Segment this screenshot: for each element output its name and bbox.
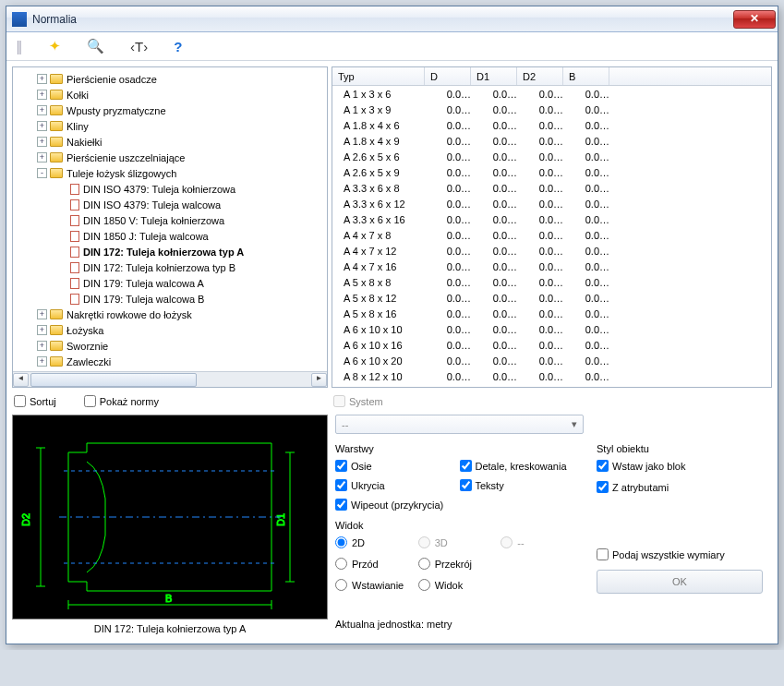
tree-item-label: Kołki <box>66 90 89 101</box>
table-row[interactable]: A 4 x 7 x 80.0…0.0…0.0…0.0… <box>332 227 771 243</box>
th-b[interactable]: B <box>563 67 609 85</box>
th-d1[interactable]: D1 <box>471 67 517 85</box>
expand-icon[interactable]: + <box>37 152 47 162</box>
cell-typ: A 4 x 7 x 16 <box>338 261 430 272</box>
tree-item[interactable]: DIN ISO 4379: Tuleja walcowa <box>17 197 323 212</box>
chk-all-dims[interactable]: Podaj wszystkie wymiary <box>597 548 772 560</box>
table-row[interactable]: A 8 x 12 x 100.0…0.0…0.0…0.0… <box>332 368 771 384</box>
expand-icon[interactable]: + <box>37 137 47 147</box>
table-row[interactable]: A 1.8 x 4 x 90.0…0.0…0.0…0.0… <box>332 133 771 149</box>
add-icon[interactable]: ✦ <box>49 38 61 54</box>
cell-value: 0.0… <box>430 308 476 319</box>
chk-as-block[interactable]: Wstaw jako blok <box>597 460 772 472</box>
expand-icon[interactable]: + <box>37 121 47 131</box>
tree-item[interactable]: +Kliny <box>17 118 323 134</box>
tree-item[interactable]: DIN 179: Tuleja walcowa A <box>17 275 323 291</box>
table-row[interactable]: A 6 x 10 x 160.0…0.0…0.0…0.0… <box>332 337 771 353</box>
tree-hscroll[interactable]: ◄ ► <box>13 371 327 387</box>
cell-typ: A 2.6 x 5 x 9 <box>338 167 430 178</box>
rad-wstawianie[interactable]: Wstawianie <box>335 579 418 591</box>
chk-detale[interactable]: Detale, kreskowania <box>460 460 585 472</box>
cell-value: 0.0… <box>569 387 615 389</box>
close-button[interactable]: ✕ <box>733 10 776 29</box>
tree-pane[interactable]: +Pierścienie osadcze+Kołki+Wpusty pryzma… <box>12 66 328 388</box>
tree-item[interactable]: +Kołki <box>17 87 323 102</box>
chk-wipeout[interactable]: Wipeout (przykrycia) <box>335 499 584 511</box>
expand-icon[interactable]: + <box>37 105 47 115</box>
tree-item[interactable]: +Wpusty pryzmatyczne <box>17 102 323 118</box>
rad-dash[interactable]: -- <box>501 536 584 548</box>
cell-value: 0.0… <box>569 246 615 257</box>
expand-icon[interactable]: + <box>37 74 47 84</box>
table-row[interactable]: A 3.3 x 6 x 160.0…0.0…0.0…0.0… <box>332 211 771 227</box>
expand-icon[interactable]: + <box>37 325 47 335</box>
tree-item[interactable]: +Nakiełki <box>17 134 323 150</box>
tree-item[interactable]: +Łożyska <box>17 322 323 338</box>
chk-osie[interactable]: Osie <box>335 460 460 472</box>
th-typ[interactable]: Typ <box>332 67 425 85</box>
cell-typ: A 6 x 10 x 10 <box>338 324 430 335</box>
tree-item[interactable]: DIN 172: Tuleja kołnierzowa typ A <box>17 244 323 259</box>
text-icon[interactable]: ‹T› <box>130 39 148 54</box>
expand-icon[interactable]: + <box>37 356 47 367</box>
expand-icon[interactable]: + <box>37 90 47 100</box>
table-row[interactable]: A 5 x 8 x 120.0…0.0…0.0…0.0… <box>332 290 771 306</box>
table-row[interactable]: A 2.6 x 5 x 90.0…0.0…0.0…0.0… <box>332 164 771 180</box>
tree-item[interactable]: +Nakrętki rowkowe do łożysk <box>17 307 323 322</box>
tree-item-label: Wpusty pryzmatyczne <box>66 105 166 116</box>
tree-item[interactable]: DIN 1850 J: Tuleja walcowa <box>17 228 323 244</box>
folder-icon <box>50 152 63 162</box>
chk-teksty[interactable]: Teksty <box>460 479 585 491</box>
th-d2[interactable]: D2 <box>517 67 563 85</box>
collapse-icon[interactable]: - <box>37 168 47 178</box>
scroll-left-button[interactable]: ◄ <box>13 373 29 387</box>
scroll-thumb[interactable] <box>30 373 197 387</box>
rad-3d[interactable]: 3D <box>418 536 501 548</box>
th-d[interactable]: D <box>425 67 471 85</box>
rad-widok[interactable]: Widok <box>418 579 501 591</box>
table-row[interactable]: A 5 x 8 x 80.0…0.0…0.0…0.0… <box>332 274 771 290</box>
help-icon[interactable]: ? <box>174 39 182 54</box>
scroll-right-button[interactable]: ► <box>311 373 327 387</box>
table-row[interactable]: A 2.6 x 5 x 60.0…0.0…0.0…0.0… <box>332 149 771 164</box>
cell-value: 0.0… <box>569 183 615 194</box>
expand-icon[interactable]: + <box>37 309 47 319</box>
tree-item[interactable]: +Zawleczki <box>17 354 323 369</box>
tree-item[interactable]: DIN 179: Tuleja walcowa B <box>17 291 323 307</box>
rad-front[interactable]: Przód <box>335 558 418 570</box>
sort-checkbox[interactable]: Sortuj <box>14 395 56 407</box>
ok-button[interactable]: OK <box>597 570 763 594</box>
table-row[interactable]: A 1.8 x 4 x 60.0…0.0…0.0…0.0… <box>332 117 771 133</box>
chk-with-attrs[interactable]: Z atrybutami <box>597 481 772 493</box>
tree-item[interactable]: +Pierścienie uszczelniające <box>17 150 323 165</box>
table-row[interactable]: A 6 x 10 x 100.0…0.0…0.0…0.0… <box>332 321 771 337</box>
rad-2d[interactable]: 2D <box>335 536 418 548</box>
table-row[interactable]: A 1 x 3 x 60.0…0.0…0.0…0.0… <box>332 86 771 102</box>
search-icon[interactable]: 🔍 <box>87 38 104 54</box>
tree-item[interactable]: DIN ISO 4379: Tuleja kołnierzowa <box>17 181 323 197</box>
cell-typ: A 4 x 7 x 8 <box>338 230 430 241</box>
expand-icon[interactable]: + <box>37 341 47 351</box>
folder-icon <box>50 90 63 100</box>
dropdown[interactable]: -- <box>335 415 584 434</box>
table-row[interactable]: A 5 x 8 x 160.0…0.0…0.0…0.0… <box>332 306 771 321</box>
system-checkbox[interactable]: System <box>333 395 770 407</box>
table-pane[interactable]: Typ D D1 D2 B A 1 x 3 x 60.0…0.0…0.0…0.0… <box>332 66 772 388</box>
show-norms-checkbox[interactable]: Pokaż normy <box>84 395 159 407</box>
table-row[interactable]: A 4 x 7 x 160.0…0.0…0.0…0.0… <box>332 259 771 274</box>
table-row[interactable]: A 4 x 7 x 120.0…0.0…0.0…0.0… <box>332 243 771 259</box>
table-row[interactable]: A 6 x 10 x 200.0…0.0…0.0…0.0… <box>332 353 771 368</box>
tree-item[interactable]: +Sworznie <box>17 338 323 354</box>
chk-ukrycia[interactable]: Ukrycia <box>335 479 460 491</box>
tree-item[interactable]: +Pierścienie osadcze <box>17 71 323 87</box>
rad-przekroj[interactable]: Przekrój <box>418 558 501 570</box>
tree-item[interactable]: DIN 1850 V: Tuleja kołnierzowa <box>17 212 323 228</box>
tree-item[interactable]: DIN 172: Tuleja kołnierzowa typ B <box>17 259 323 275</box>
cell-value: 0.0… <box>569 324 615 335</box>
table-row[interactable]: A 3.3 x 6 x 80.0…0.0…0.0…0.0… <box>332 180 771 196</box>
cell-value: 0.0… <box>430 324 476 335</box>
table-row[interactable]: A 8 x 12 x 160.0…0.0…0.0…0.0… <box>332 384 771 388</box>
tree-item[interactable]: -Tuleje łożysk ślizgowych <box>17 165 323 181</box>
table-row[interactable]: A 3.3 x 6 x 120.0…0.0…0.0…0.0… <box>332 196 771 211</box>
table-row[interactable]: A 1 x 3 x 90.0…0.0…0.0…0.0… <box>332 102 771 117</box>
